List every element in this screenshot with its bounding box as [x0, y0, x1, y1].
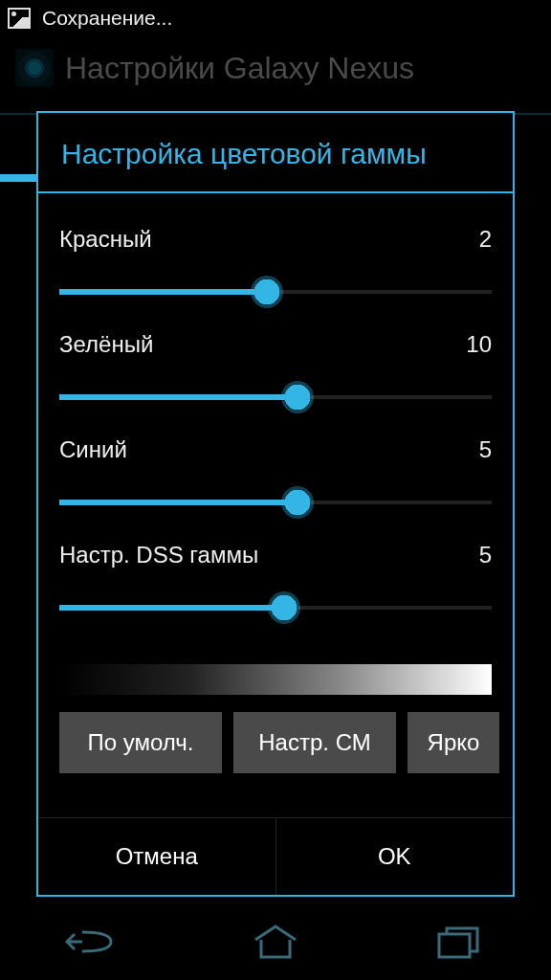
slider-track-red[interactable]: [59, 276, 492, 308]
slider-label: Зелёный: [59, 331, 153, 358]
app-header: Настройки Galaxy Nexus: [0, 36, 551, 100]
preset-cm-button[interactable]: Настр. СМ: [233, 712, 396, 773]
status-text: Сохранение...: [42, 7, 172, 30]
slider-thumb[interactable]: [268, 591, 300, 624]
slider-thumb[interactable]: [281, 486, 314, 519]
preset-default-button[interactable]: По умолч.: [59, 712, 222, 773]
slider-track-blue[interactable]: [59, 486, 492, 519]
slider-label: Настр. DSS гаммы: [59, 542, 258, 568]
preset-bright-button[interactable]: Ярко: [408, 712, 499, 773]
cancel-button[interactable]: Отмена: [38, 818, 276, 895]
slider-label: Синий: [59, 436, 127, 463]
slider-value: 5: [479, 436, 492, 463]
nav-back-button[interactable]: [34, 916, 149, 968]
gamma-dialog: Настройка цветовой гаммы Красный 2 Зелён…: [36, 111, 515, 897]
slider-value: 5: [479, 542, 492, 568]
ok-button[interactable]: OK: [276, 818, 514, 895]
back-icon: [63, 923, 121, 961]
gradient-preview: [59, 664, 492, 695]
svg-rect-0: [439, 934, 470, 957]
slider-blue: Синий 5: [59, 413, 492, 519]
preset-row: По умолч. Настр. СМ Ярко: [59, 712, 492, 773]
slider-green: Зелёный 10: [59, 308, 492, 413]
app-icon: [15, 49, 54, 87]
app-title: Настройки Galaxy Nexus: [65, 51, 414, 86]
slider-thumb[interactable]: [251, 276, 283, 308]
slider-value: 2: [479, 226, 492, 253]
nav-bar: [0, 903, 551, 980]
dialog-footer: Отмена OK: [38, 817, 513, 895]
status-bar: Сохранение...: [0, 0, 551, 36]
slider-dss-gamma: Настр. DSS гаммы 5: [59, 519, 492, 624]
nav-recent-button[interactable]: [402, 916, 517, 968]
slider-track-dss[interactable]: [59, 591, 492, 624]
image-icon: [8, 8, 31, 29]
background-tab-indicator: [0, 174, 36, 182]
recent-apps-icon: [433, 923, 485, 961]
nav-home-button[interactable]: [218, 916, 333, 968]
dialog-title: Настройка цветовой гаммы: [38, 113, 513, 193]
slider-label: Красный: [59, 226, 152, 253]
slider-red: Красный 2: [59, 203, 492, 308]
home-icon: [250, 923, 301, 961]
dialog-body: Красный 2 Зелёный 10 Синий 5: [38, 193, 513, 787]
slider-value: 10: [466, 331, 492, 358]
slider-thumb[interactable]: [281, 381, 314, 413]
slider-track-green[interactable]: [59, 381, 492, 413]
